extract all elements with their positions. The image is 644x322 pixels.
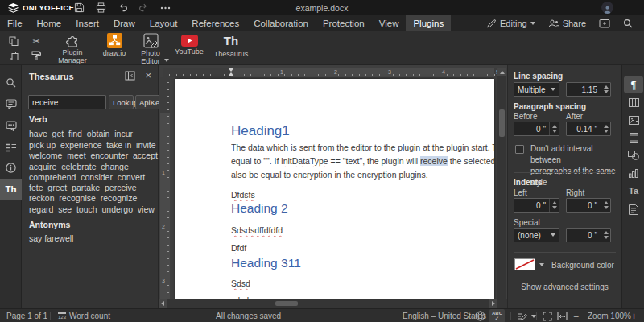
paragraph-settings-button[interactable]: ¶ — [624, 76, 643, 93]
synonym-line[interactable]: acquire celebrate change — [29, 162, 155, 173]
synonym-line[interactable]: reckon recognise recognize — [29, 193, 155, 204]
comments-button[interactable] — [0, 94, 22, 114]
synonym-line[interactable]: comprehend consider convert — [29, 172, 155, 184]
set-language-button[interactable] — [475, 309, 485, 322]
synonym-line[interactable]: regard see touch undergo view — [29, 204, 155, 216]
thesaurus-panel-button[interactable]: Th — [0, 179, 22, 200]
special-indent-spinner[interactable]: 0 " — [566, 228, 611, 242]
page-number-indicator[interactable]: Page 1 of 1 — [6, 309, 47, 322]
thesaurus-search-input[interactable] — [28, 95, 106, 109]
zoom-out-button[interactable]: − — [573, 309, 579, 322]
document-heading-1[interactable]: Heading1 — [231, 123, 290, 139]
line-spacing-value-spinner[interactable]: 1.15 — [566, 82, 611, 97]
background-color-dropdown[interactable] — [536, 258, 547, 271]
line-spacing-type-dropdown[interactable]: Multiple — [514, 82, 559, 97]
track-changes-button[interactable] — [517, 309, 536, 322]
chat-button[interactable] — [0, 116, 22, 135]
image-settings-button[interactable] — [624, 112, 643, 128]
spacing-before-spinner[interactable]: 0 " — [514, 122, 559, 136]
tab-protection[interactable]: Protection — [316, 15, 372, 31]
spinner-arrows[interactable] — [601, 199, 610, 212]
spinner-arrows[interactable] — [601, 122, 610, 135]
copy-button[interactable] — [6, 35, 21, 47]
textart-settings-button[interactable]: Ta — [624, 183, 643, 199]
find-button[interactable] — [0, 72, 22, 92]
synonym-line[interactable]: welcome meet encounter accept — [29, 151, 155, 162]
redo-button[interactable] — [132, 0, 153, 15]
no-interval-checkbox-label[interactable]: Don't add interval betweenparagraphs of … — [530, 143, 621, 188]
thesaurus-button[interactable]: Th Thesaurus — [211, 33, 251, 59]
photo-editor-button[interactable]: Photo Editor — [134, 33, 167, 62]
lookup-button[interactable]: Lookup — [109, 95, 134, 109]
horizontal-scroll-thumb[interactable] — [275, 301, 298, 306]
dock-panel-button[interactable] — [125, 71, 135, 80]
spinner-arrows[interactable] — [601, 83, 610, 96]
vertical-scrollbar[interactable] — [497, 68, 506, 299]
background-color-swatch[interactable] — [514, 258, 535, 270]
document-heading-3[interactable]: Heading 311 — [231, 256, 301, 270]
scroll-left-button[interactable] — [159, 299, 167, 308]
table-settings-button[interactable] — [624, 94, 643, 110]
misspelled-word[interactable]: Sdsd — [231, 278, 494, 290]
paragraph-line[interactable]: also be equal to encryption in the encry… — [231, 169, 494, 181]
tab-plugins[interactable]: Plugins — [406, 15, 451, 31]
special-indent-dropdown[interactable]: (none) — [514, 228, 559, 242]
undo-button[interactable] — [113, 0, 134, 15]
user-avatar[interactable] — [601, 2, 613, 14]
word-count-button[interactable]: 123 Word count — [58, 309, 110, 322]
print-button[interactable] — [90, 0, 111, 15]
tab-layout[interactable]: Layout — [142, 15, 185, 31]
indent-left-spinner[interactable]: 0 " — [514, 198, 559, 213]
indent-right-spinner[interactable]: 0 " — [566, 198, 611, 213]
chart-settings-button[interactable] — [624, 165, 643, 181]
share-button[interactable]: Share — [543, 15, 591, 31]
horizontal-scrollbar[interactable] — [159, 299, 507, 308]
first-line-indent-marker[interactable] — [228, 68, 234, 72]
tab-collaboration[interactable]: Collaboration — [246, 15, 316, 31]
horizontal-ruler[interactable]: 1 2 3 4 5 — [163, 68, 501, 77]
plugin-manager-button[interactable]: Plugin Manager — [52, 33, 93, 64]
open-file-location-button[interactable] — [594, 15, 615, 31]
scroll-up-button[interactable] — [497, 68, 506, 76]
tab-view[interactable]: View — [372, 15, 407, 31]
tab-file[interactable]: File — [0, 15, 30, 31]
synonym-line[interactable]: fete greet partake perceive — [29, 183, 155, 194]
spell-check-button[interactable]: ABC ✓ — [489, 309, 505, 322]
close-panel-button[interactable]: × — [145, 71, 151, 80]
more-actions-button[interactable] — [155, 0, 175, 15]
paragraph-line[interactable]: equal to "". If initDataType == "text", … — [231, 155, 494, 167]
fit-to-page-button[interactable] — [543, 309, 552, 322]
about-button[interactable] — [0, 158, 22, 177]
misspelled-word[interactable]: Dfdf — [231, 242, 494, 254]
tab-home[interactable]: Home — [30, 15, 69, 31]
misspelled-word[interactable]: Dfdsfs — [231, 189, 494, 201]
paste-button[interactable] — [6, 49, 21, 62]
document-page[interactable]: Heading1 The data which is sent from the… — [175, 79, 494, 299]
fit-to-width-button[interactable] — [557, 309, 568, 322]
tab-draw[interactable]: Draw — [106, 15, 142, 31]
spinner-arrows[interactable] — [549, 199, 559, 212]
copy-style-button[interactable] — [29, 49, 43, 62]
misspelled-word[interactable]: Sdsdsdffdfdfd — [231, 225, 494, 237]
no-interval-checkbox[interactable] — [515, 145, 524, 154]
editing-mode-button[interactable]: Editing — [482, 15, 540, 31]
scroll-right-button[interactable] — [489, 299, 497, 308]
spinner-arrows[interactable] — [549, 122, 559, 135]
zoom-level-indicator[interactable]: Zoom 100% — [588, 309, 631, 322]
paragraph-line[interactable]: The data which is sent from the editor t… — [231, 142, 494, 154]
mail-merge-settings-button[interactable] — [624, 201, 643, 217]
synonym-line[interactable]: pick up experience take in invite — [29, 140, 155, 151]
zoom-in-button[interactable]: + — [631, 309, 637, 322]
navigation-button[interactable] — [0, 138, 22, 157]
shape-settings-button[interactable] — [624, 147, 643, 163]
header-footer-settings-button[interactable] — [624, 130, 643, 146]
document-heading-2[interactable]: Heading 2 — [231, 201, 288, 216]
tab-references[interactable]: References — [184, 15, 246, 31]
vertical-scroll-thumb[interactable] — [499, 109, 505, 137]
youtube-button[interactable]: YouTube — [171, 33, 208, 56]
left-indent-marker[interactable] — [228, 72, 234, 76]
search-button[interactable] — [618, 15, 638, 31]
spinner-arrows[interactable] — [601, 229, 610, 242]
tab-insert[interactable]: Insert — [68, 15, 106, 31]
spacing-after-spinner[interactable]: 0.14 " — [566, 122, 611, 136]
